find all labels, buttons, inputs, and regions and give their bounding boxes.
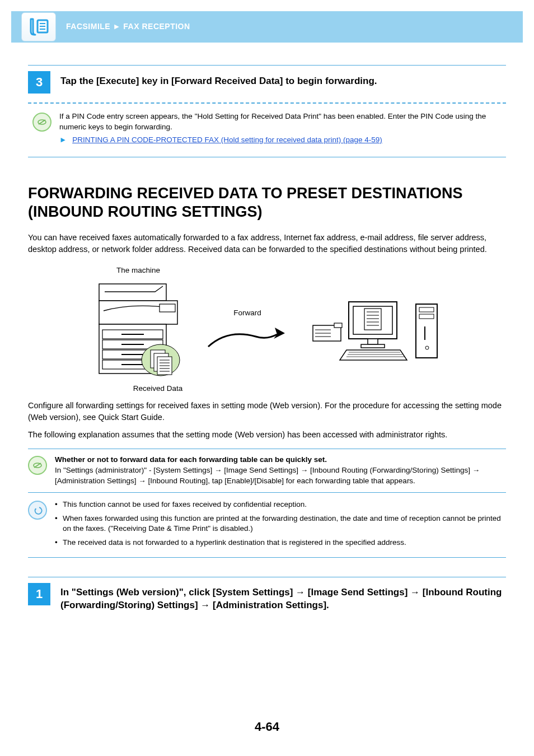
step-1-title: In "Settings (Web version)", click [Syst… <box>60 583 506 612</box>
assumption-paragraph: The following explanation assumes that t… <box>28 429 506 441</box>
intro-paragraph: You can have received faxes automaticall… <box>28 232 506 255</box>
section-title: FORWARDING RECEIVED DATA TO PRESET DESTI… <box>28 184 506 222</box>
step-3-title: Tap the [Execute] key in [Forward Receiv… <box>60 71 377 88</box>
svg-rect-28 <box>334 323 342 328</box>
limitations-list: This function cannot be used for faxes r… <box>55 500 506 552</box>
header-bar: FACSIMILE ► FAX RECEPTION <box>11 11 523 43</box>
step-1: 1 In "Settings (Web version)", click [Sy… <box>28 583 506 612</box>
quick-set-note: Whether or not to forward data for each … <box>28 449 506 493</box>
forward-arrow-icon <box>205 324 289 352</box>
step-number-badge: 1 <box>28 583 50 605</box>
quick-set-note-body: In "Settings (administrator)" - [System … <box>55 465 506 487</box>
svg-rect-40 <box>368 339 378 344</box>
svg-rect-46 <box>419 307 434 312</box>
link-arrow-icon: ► <box>59 136 67 144</box>
breadcrumb: FACSIMILE ► FAX RECEPTION <box>66 21 190 32</box>
pin-note-row: If a PIN Code entry screen appears, the … <box>28 111 506 146</box>
svg-rect-41 <box>361 344 385 348</box>
svg-rect-6 <box>99 284 166 301</box>
divider <box>28 65 506 66</box>
computer-icon <box>312 296 441 363</box>
divider <box>28 577 506 577</box>
pin-link-row: ► PRINTING A PIN CODE-PROTECTED FAX (Hol… <box>59 135 506 146</box>
note-icon <box>28 456 47 475</box>
note-icon <box>32 113 51 132</box>
breadcrumb-part-b: FAX RECEPTION <box>123 22 190 31</box>
divider <box>28 157 506 157</box>
config-paragraph: Configure all forwarding settings for re… <box>28 400 506 423</box>
machine-label: The machine <box>93 265 183 276</box>
forward-label: Forward <box>205 308 289 319</box>
breadcrumb-part-a: FACSIMILE <box>66 22 110 31</box>
quick-set-note-title: Whether or not to forward data for each … <box>55 455 506 465</box>
forwarding-diagram: The machine <box>28 265 506 394</box>
svg-rect-8 <box>160 304 175 312</box>
list-item: When faxes forwarded using this function… <box>55 514 506 535</box>
svg-rect-47 <box>419 314 434 319</box>
fax-section-icon <box>21 12 56 41</box>
list-item: This function cannot be used for faxes r… <box>55 500 506 510</box>
dashed-divider <box>28 102 506 104</box>
page-number: 4-64 <box>0 718 534 736</box>
received-data-label: Received Data <box>133 384 183 394</box>
breadcrumb-separator: ► <box>113 22 121 31</box>
step-number-badge: 3 <box>28 71 50 94</box>
back-note-icon <box>28 501 47 520</box>
pin-code-link[interactable]: PRINTING A PIN CODE-PROTECTED FAX (Hold … <box>72 136 382 144</box>
machine-icon <box>93 278 183 385</box>
pin-note-text: If a PIN Code entry screen appears, the … <box>59 111 506 133</box>
step-3: 3 Tap the [Execute] key in [Forward Rece… <box>28 71 506 94</box>
limitations-note: This function cannot be used for faxes r… <box>28 493 506 558</box>
list-item: The received data is not forwarded to a … <box>55 538 506 548</box>
